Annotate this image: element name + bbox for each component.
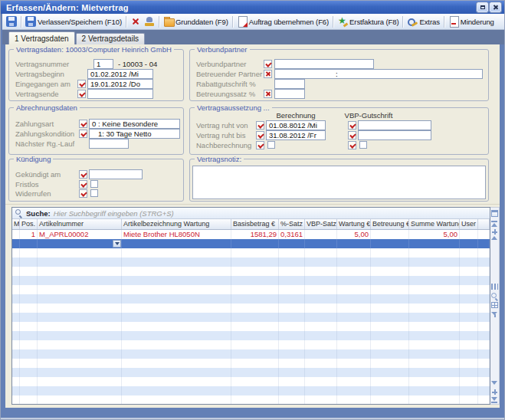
vertragsende-field[interactable]	[87, 89, 153, 99]
toolbar-button-minderung[interactable]: Minderung	[447, 15, 496, 28]
zahlungskondition-edit-icon[interactable]	[79, 130, 87, 138]
toolbar-button-auftrag-übernehmen-f6[interactable]: Auftrag übernehmen (F6)	[235, 15, 330, 28]
restore-button[interactable]	[477, 2, 488, 12]
cell	[478, 239, 490, 248]
gekuendigt-am-field[interactable]	[89, 169, 143, 179]
table-row-empty[interactable]	[12, 313, 490, 322]
fristlos-checkbox[interactable]	[90, 180, 98, 188]
table-row-empty[interactable]	[12, 304, 490, 313]
toolbar-button-verlassen-speichern-f10[interactable]: Verlassen/Speichern (F10)	[24, 15, 123, 28]
ruht-von-edit-icon[interactable]	[256, 121, 264, 130]
vertragsende-edit-icon[interactable]	[77, 90, 86, 98]
column-header-artikelnummer[interactable]: Artikelnummer	[38, 219, 122, 229]
scroll-down-icon[interactable]	[491, 381, 497, 385]
vertrag-ruht-bis-vbp-field[interactable]	[358, 130, 431, 140]
close-button[interactable]	[490, 2, 501, 12]
table-row-empty[interactable]	[12, 331, 490, 340]
ruht-von-vbp-edit-icon[interactable]	[348, 121, 356, 130]
widerrufen-checkbox[interactable]	[90, 189, 98, 197]
zahlungskondition-field[interactable]: 1: 30 Tage Netto	[89, 129, 180, 139]
grid-columns-icon[interactable]	[491, 284, 498, 290]
column-header-artikelbezeichnung-wartung[interactable]: Artikelbezeichnung Wartung	[122, 219, 231, 229]
column-header-basisbetrag[interactable]: Basisbetrag €	[231, 219, 279, 229]
column-header-wartung[interactable]: Wartung €	[337, 219, 371, 229]
table-row-empty[interactable]	[12, 340, 490, 349]
table-row-empty[interactable]	[12, 285, 490, 294]
scroll-last-icon[interactable]	[491, 396, 498, 403]
tab-2-vertragsdetails[interactable]: 2 Vertragsdetails	[76, 33, 146, 44]
fristlos-edit-icon[interactable]	[79, 180, 87, 189]
nachberechnung-edit-icon[interactable]	[256, 141, 264, 149]
table-row-empty[interactable]	[12, 395, 490, 405]
column-header-summe-wartung[interactable]: Summe Wartung €	[409, 219, 460, 229]
eingegangen-am-field[interactable]: 19.01.2012 /Do	[87, 79, 153, 89]
verbundpartner-edit-icon[interactable]	[264, 60, 272, 68]
betreuungssatz-clear-icon[interactable]	[264, 90, 272, 98]
table-row-empty[interactable]	[12, 258, 490, 267]
vertrag-ruht-von-field[interactable]: 01.08.8012 /Mi	[266, 120, 326, 130]
table-row-empty[interactable]	[12, 386, 490, 395]
widerrufen-edit-icon[interactable]	[79, 189, 87, 198]
column-header-satz[interactable]: %-Satz	[279, 219, 305, 229]
rabattgutschrift-field[interactable]	[274, 79, 305, 89]
grid-search-icon[interactable]	[491, 293, 498, 300]
toolbar-button-extras[interactable]: Extras	[405, 15, 441, 28]
nachberechnung-vbp-edit-icon[interactable]	[348, 141, 356, 149]
ruht-bis-vbp-edit-icon[interactable]	[348, 131, 356, 139]
vertragsnotiz-textarea[interactable]	[192, 166, 486, 199]
toolbar-button-erstfaktura-f8[interactable]: Erstfaktura (F8)	[336, 15, 400, 28]
nachberechnung-label: Nachberechnung	[196, 141, 251, 149]
toolbar-button-save[interactable]	[5, 15, 18, 28]
cell	[337, 304, 371, 313]
column-header-pos[interactable]: Pos.	[20, 219, 38, 229]
table-row-empty[interactable]	[12, 377, 490, 386]
table-row-empty[interactable]	[12, 248, 490, 258]
column-header-vbp-satz[interactable]: VBP-Satz	[305, 219, 337, 229]
table-row-empty[interactable]	[12, 359, 490, 368]
grid-filter-icon[interactable]	[491, 311, 498, 318]
table-row-selected[interactable]	[12, 239, 490, 248]
scroll-first-icon[interactable]	[491, 221, 498, 228]
scroll-up-icon[interactable]	[491, 236, 497, 240]
table-row-empty[interactable]	[12, 276, 490, 285]
cell	[38, 248, 122, 258]
zahlungsart-field[interactable]: 0 : Keine Besondere	[89, 119, 180, 129]
table-row[interactable]: 1M_APRL00002Miete Brother HL8050N1581,29…	[12, 230, 490, 239]
toolbar-button-stamp[interactable]	[143, 15, 156, 28]
tab-1-vertragsdaten[interactable]: 1 Vertragsdaten	[8, 31, 75, 44]
cell	[409, 304, 460, 313]
vertragsbeginn-field[interactable]: 01.02.2012 /Mi	[87, 69, 153, 79]
scroll-page-up-icon[interactable]	[491, 228, 498, 235]
cell	[20, 368, 38, 377]
vbp-gutschrift-column-header: VBP-Gutschrift	[326, 111, 411, 120]
search-bar[interactable]: Suche: Hier Suchbegriff eingeben (STRG+S…	[12, 208, 490, 219]
table-row-empty[interactable]	[12, 322, 490, 331]
vertrag-ruht-von-vbp-field[interactable]	[358, 120, 431, 130]
vertragsnummer-field[interactable]: 1	[93, 59, 113, 69]
table-row-empty[interactable]	[12, 368, 490, 377]
eingegangen-edit-icon[interactable]	[77, 80, 86, 88]
row-dropdown-button[interactable]	[113, 240, 121, 248]
naechster-rglauf-field[interactable]	[89, 139, 129, 149]
vertrag-ruht-bis-field[interactable]: 31.08.2012 /Fr	[266, 130, 326, 140]
table-row-empty[interactable]	[12, 349, 490, 359]
table-row-empty[interactable]	[12, 294, 490, 304]
grid-layout-icon[interactable]	[491, 302, 498, 308]
betreuender-partner-clear-icon[interactable]	[264, 70, 272, 78]
betreuungssatz-field[interactable]	[274, 89, 305, 99]
verbundpartner-field[interactable]	[274, 59, 374, 69]
toolbar-button-grunddaten-f9[interactable]: Grunddaten (F9)	[162, 15, 230, 28]
nachberechnung-vbp-checkbox[interactable]	[359, 141, 367, 149]
column-header-m[interactable]: M	[12, 219, 20, 229]
nachberechnung-checkbox[interactable]	[267, 141, 275, 149]
table-row-empty[interactable]	[12, 267, 490, 276]
toolbar-button-delete[interactable]	[129, 15, 143, 28]
column-chooser-icon[interactable]	[491, 210, 498, 217]
column-header-user[interactable]: User	[460, 219, 478, 229]
zahlungsart-edit-icon[interactable]	[79, 120, 87, 128]
betreuender-partner-field[interactable]: :	[274, 69, 483, 79]
gekuendigt-edit-icon[interactable]	[79, 170, 87, 179]
ruht-bis-edit-icon[interactable]	[256, 131, 264, 139]
column-header-betreuung[interactable]: Betreuung €	[371, 219, 409, 229]
scroll-page-down-icon[interactable]	[491, 389, 498, 395]
